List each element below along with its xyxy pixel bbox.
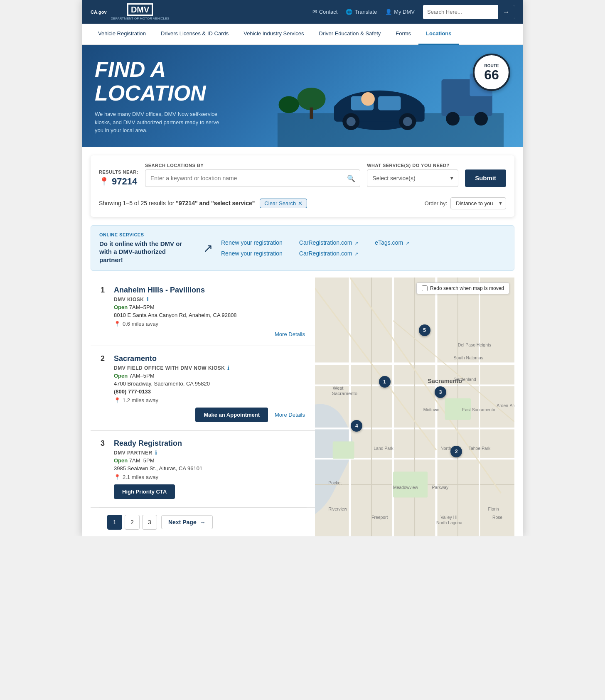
arrow-icon: ↗ xyxy=(203,241,213,255)
nav-vehicle-industry[interactable]: Vehicle Industry Services xyxy=(236,23,311,45)
svg-text:Midtown: Midtown xyxy=(423,408,440,412)
order-by-group: Order by: Distance to you ▼ xyxy=(425,197,506,209)
svg-rect-34 xyxy=(333,442,354,459)
nav-forms[interactable]: Forms xyxy=(388,23,418,45)
etags-link[interactable]: eTags.com ↗ xyxy=(375,239,409,246)
loc-type-1: DMV KIOSK xyxy=(114,297,144,302)
loc-number-1: 1 xyxy=(101,286,109,295)
svg-text:Sacramento: Sacramento xyxy=(332,391,358,396)
next-page-button[interactable]: Next Page → xyxy=(161,515,213,529)
dmv-subtitle: Department of Motor Vehicles xyxy=(111,17,170,20)
redo-search-button[interactable]: Redo search when map is moved xyxy=(416,282,509,294)
locations-list-scroll: 1 Anaheim Hills - Pavillions DMV KIOSK ℹ… xyxy=(91,278,315,508)
search-by-group: SEARCH LOCATIONS BY 🔍 xyxy=(145,163,360,187)
next-arrow-icon: → xyxy=(200,519,206,526)
ca-gov-label: CA.gov xyxy=(91,10,107,15)
map-pin-5[interactable]: 5 xyxy=(419,324,430,336)
header-search-input[interactable] xyxy=(423,5,498,19)
make-appointment-button-2[interactable]: Make an Appointment xyxy=(195,408,268,422)
pin-icon-2: 📍 xyxy=(114,397,121,403)
svg-point-8 xyxy=(403,117,412,126)
nav-driver-education[interactable]: Driver Education & Safety xyxy=(311,23,388,45)
main-content: 1 Anaheim Hills - Pavillions DMV KIOSK ℹ… xyxy=(91,278,514,536)
loc-address-1: 8010 E Santa Ana Canyon Rd, Anaheim, CA … xyxy=(101,312,305,318)
pin-icon-1: 📍 xyxy=(114,321,121,327)
map-pin-3[interactable]: 3 xyxy=(435,386,446,398)
my-dmv-link[interactable]: 👤 My DMV xyxy=(385,9,415,15)
order-by-select[interactable]: Distance to you xyxy=(450,197,506,209)
services-label: WHAT SERVICE(S) DO YOU NEED? xyxy=(367,163,458,168)
loc-distance-2: 📍 1.2 miles away xyxy=(101,397,305,403)
svg-point-13 xyxy=(474,112,488,126)
results-text: Showing 1–5 of 25 results for xyxy=(99,200,174,206)
loc-info-icon-2[interactable]: ℹ xyxy=(227,365,229,371)
online-links-col3: eTags.com ↗ xyxy=(375,239,409,257)
page-button-1[interactable]: 1 xyxy=(107,515,122,530)
loc-type-2: DMV FIELD OFFICE WITH DMV NOW KIOSK xyxy=(114,365,225,371)
clear-x-icon: ✕ xyxy=(298,200,302,206)
contact-link[interactable]: ✉ Contact xyxy=(312,9,338,15)
header-right: ✉ Contact 🌐 Translate 👤 My DMV → xyxy=(312,5,514,19)
logo-area: CA.gov DMV Department of Motor Vehicles xyxy=(91,3,170,20)
hero-subtitle: We have many DMV offices, DMV Now self-s… xyxy=(95,110,219,135)
renew-registration-link-1[interactable]: Renew your registration xyxy=(221,239,283,246)
hero-title: FIND A LOCATION xyxy=(95,58,261,105)
online-services-left: ONLINE SERVICES Do it online with the DM… xyxy=(99,232,191,264)
nav-locations[interactable]: Locations xyxy=(418,23,459,45)
svg-point-9 xyxy=(361,92,375,106)
header-search-button[interactable]: → xyxy=(498,5,514,19)
svg-text:Florin: Florin xyxy=(488,507,499,511)
redo-search-label: Redo search when map is moved xyxy=(430,285,504,291)
services-select[interactable]: Select service(s) xyxy=(367,169,458,187)
high-priority-button-3[interactable]: High Priority CTA xyxy=(114,484,175,499)
svg-rect-35 xyxy=(393,472,428,498)
svg-text:Land Park: Land Park xyxy=(374,447,393,451)
car-registration-link-1[interactable]: CarRegistration.com ↗ xyxy=(299,239,359,246)
nav-drivers-licenses[interactable]: Drivers Licenses & ID Cards xyxy=(153,23,236,45)
dmv-logo: DMV xyxy=(127,3,153,16)
redo-search-checkbox[interactable] xyxy=(422,285,428,291)
results-query: "97214" and "select service" xyxy=(176,200,255,206)
online-services-label: ONLINE SERVICES xyxy=(99,232,191,237)
route-number: 66 xyxy=(484,68,499,81)
loc-number-2: 2 xyxy=(101,354,109,363)
clear-search-button[interactable]: Clear Search ✕ xyxy=(260,199,307,208)
svg-text:South Natomas: South Natomas xyxy=(453,356,483,361)
location-value: 97214 xyxy=(112,176,137,187)
svg-point-12 xyxy=(446,112,460,126)
hero-content: FIND A LOCATION We have many DMV offices… xyxy=(95,58,261,135)
loc-info-icon-3[interactable]: ℹ xyxy=(155,449,157,456)
car-registration-link-2[interactable]: CarRegistration.com ↗ xyxy=(299,250,359,257)
results-near-label: RESULTS NEAR: xyxy=(99,169,138,174)
map-panel: Sacramento West Sacramento Del Paso Del … xyxy=(315,278,514,536)
svg-text:Freeport: Freeport xyxy=(371,516,388,520)
external-link-icon-2: ↗ xyxy=(354,251,358,256)
online-services-banner: ONLINE SERVICES Do it online with the DM… xyxy=(91,225,514,271)
svg-text:Gardenland: Gardenland xyxy=(453,378,476,382)
more-details-link-1[interactable]: More Details xyxy=(275,331,305,337)
keyword-search-icon: 🔍 xyxy=(347,174,355,182)
location-card-1: 1 Anaheim Hills - Pavillions DMV KIOSK ℹ… xyxy=(91,278,315,346)
keyword-input[interactable] xyxy=(145,169,360,187)
loc-hours-2: Open 7AM–5PM xyxy=(101,373,305,379)
svg-rect-4 xyxy=(378,96,401,110)
translate-link[interactable]: 🌐 Translate xyxy=(346,9,377,15)
loc-name-1: Anaheim Hills - Pavillions xyxy=(114,286,205,295)
loc-info-icon-1[interactable]: ℹ xyxy=(147,296,149,302)
external-link-icon: ↗ xyxy=(354,241,358,246)
location-pin-icon: 📍 xyxy=(99,177,109,187)
renew-registration-link-2[interactable]: Renew your registration xyxy=(221,250,283,257)
nav-vehicle-registration[interactable]: Vehicle Registration xyxy=(91,23,153,45)
page-button-3[interactable]: 3 xyxy=(142,515,157,530)
search-submit-button[interactable]: Submit xyxy=(465,169,506,187)
loc-number-3: 3 xyxy=(101,439,109,448)
map-pin-1[interactable]: 1 xyxy=(379,376,391,388)
loc-hours-1: Open 7AM–5PM xyxy=(101,304,305,310)
more-details-link-2[interactable]: More Details xyxy=(275,412,305,418)
loc-status-1: Open xyxy=(114,304,128,310)
loc-address-3: 3985 Sealawn St., Alturas, CA 96101 xyxy=(101,465,305,472)
page-button-2[interactable]: 2 xyxy=(125,515,140,530)
online-links-col1: Renew your registration Renew your regis… xyxy=(221,239,283,257)
loc-type-3: DMV PARTNER xyxy=(114,450,152,456)
svg-point-6 xyxy=(347,117,356,126)
